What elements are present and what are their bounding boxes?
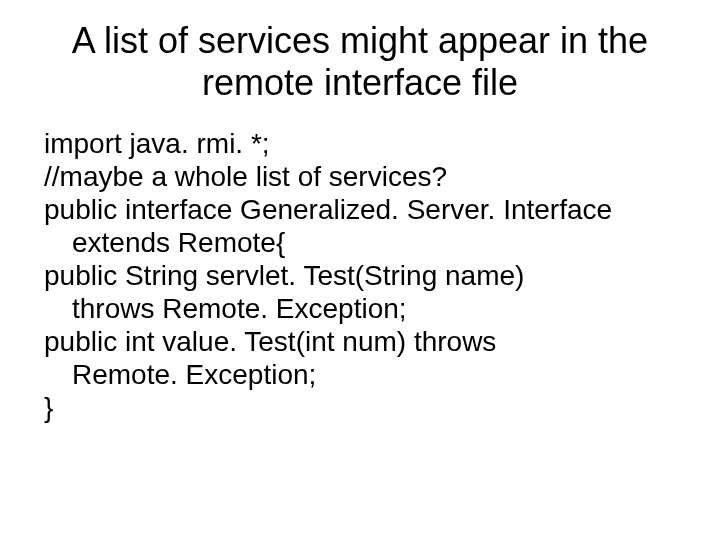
code-line: import java. rmi. *;	[44, 127, 676, 160]
code-line: throws Remote. Exception;	[44, 292, 676, 325]
code-line: public String servlet. Test(String name)	[44, 259, 676, 292]
code-line: //maybe a whole list of services?	[44, 160, 676, 193]
slide-title: A list of services might appear in the r…	[44, 20, 676, 105]
code-block: import java. rmi. *; //maybe a whole lis…	[44, 127, 676, 424]
code-line: public interface Generalized. Server. In…	[44, 193, 676, 226]
code-line: }	[44, 391, 676, 424]
code-line: public int value. Test(int num) throws	[44, 325, 676, 358]
slide: A list of services might appear in the r…	[0, 0, 720, 540]
code-line: Remote. Exception;	[44, 358, 676, 391]
code-line: extends Remote{	[44, 226, 676, 259]
